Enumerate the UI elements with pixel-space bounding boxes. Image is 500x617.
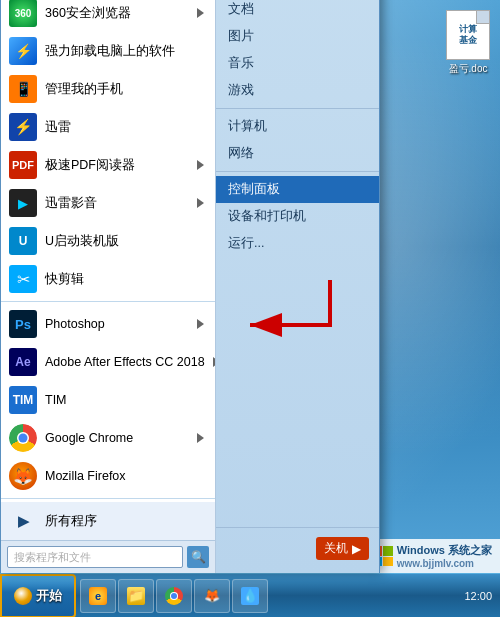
menu-item-ps[interactable]: Ps Photoshop: [1, 305, 215, 343]
ps-icon: Ps: [9, 310, 37, 338]
xunlei-ying-submenu-arrow: [197, 198, 207, 208]
taskbar: 开始 e 📁 🦊 💧 12:00: [0, 573, 500, 617]
menu-item-manage[interactable]: 📱 管理我的手机: [1, 70, 215, 108]
start-menu: e Internet Explorer 360 360安全浏览器 ⚡ 强力卸载电…: [0, 0, 380, 573]
search-input[interactable]: 搜索程序和文件: [7, 546, 183, 568]
menu-item-ae[interactable]: Ae Adobe After Effects CC 2018: [1, 343, 215, 381]
menu-item-chrome-label: Google Chrome: [45, 431, 189, 445]
taskbar-clock: 12:00: [464, 590, 492, 602]
menu-separator-bottom: [1, 498, 215, 499]
win-badge-url: www.bjjmlv.com: [397, 558, 492, 569]
menu-item-jiachang-label: 强力卸载电脑上的软件: [45, 43, 207, 60]
360-icon: 360: [9, 0, 37, 27]
shutdown-arrow-icon: ▶: [352, 542, 361, 556]
all-programs-icon: ▶: [9, 507, 37, 535]
right-item-games[interactable]: 游戏: [216, 77, 379, 104]
360-submenu-arrow: [197, 8, 207, 18]
menu-item-manage-label: 管理我的手机: [45, 81, 207, 98]
menu-item-u-start[interactable]: U U启动装机版: [1, 222, 215, 260]
firefox-icon: 🦊: [9, 462, 37, 490]
kuaijian-icon: ✂: [9, 265, 37, 293]
menu-item-firefox[interactable]: 🦊 Mozilla Firefox: [1, 457, 215, 495]
ps-submenu-arrow: [197, 319, 207, 329]
right-separator-shutdown: [216, 527, 379, 528]
windows-badge-text: Windows 系统之家 www.bjjmlv.com: [397, 543, 492, 569]
taskbar-items: e 📁 🦊 💧: [76, 574, 456, 617]
menu-item-kuaijian[interactable]: ✂ 快剪辑: [1, 260, 215, 298]
taskbar-item-folder[interactable]: 📁: [118, 579, 154, 613]
desktop-doc-icon[interactable]: 计算基金 盈亏.doc: [446, 10, 490, 76]
menu-item-all-programs[interactable]: ▶ 所有程序: [1, 502, 215, 540]
start-menu-right: Administrator 文档 图片 音乐 游戏 计算机 网络 控制面板 设备…: [216, 0, 379, 573]
all-programs-label: 所有程序: [45, 513, 207, 530]
taskbar-firefox-icon: 🦊: [203, 587, 221, 605]
xunlei-ying-icon: ▶: [9, 189, 37, 217]
taskbar-item-chrome[interactable]: [156, 579, 192, 613]
menu-item-u-start-label: U启动装机版: [45, 233, 207, 250]
right-item-devices[interactable]: 设备和打印机: [216, 203, 379, 230]
menu-item-xunlei[interactable]: ⚡ 迅雷: [1, 108, 215, 146]
pdf-submenu-arrow: [197, 160, 207, 170]
right-item-computer[interactable]: 计算机: [216, 113, 379, 140]
chrome-submenu-arrow: [197, 433, 207, 443]
start-search-bar: 搜索程序和文件 🔍: [1, 540, 215, 573]
search-icon: 🔍: [191, 550, 206, 564]
menu-item-pdf-label: 极速PDF阅读器: [45, 157, 189, 174]
right-separator-2: [216, 171, 379, 172]
menu-item-tim[interactable]: TIM TIM: [1, 381, 215, 419]
right-item-network[interactable]: 网络: [216, 140, 379, 167]
taskbar-item-ie[interactable]: e: [80, 579, 116, 613]
jiachang-icon: ⚡: [9, 37, 37, 65]
doc-icon-label: 盈亏.doc: [449, 62, 488, 76]
search-placeholder: 搜索程序和文件: [14, 550, 91, 565]
search-button[interactable]: 🔍: [187, 546, 209, 568]
taskbar-right: 12:00: [456, 590, 500, 602]
menu-item-xunlei-ying[interactable]: ▶ 迅雷影音: [1, 184, 215, 222]
ae-submenu-arrow: [213, 357, 215, 367]
shutdown-button[interactable]: 关机 ▶: [316, 537, 369, 560]
menu-item-xunlei-label: 迅雷: [45, 119, 207, 136]
right-item-run[interactable]: 运行...: [216, 230, 379, 257]
menu-item-kuaijian-label: 快剪辑: [45, 271, 207, 288]
taskbar-item-firefox[interactable]: 🦊: [194, 579, 230, 613]
right-item-music[interactable]: 音乐: [216, 50, 379, 77]
taskbar-misc-icon: 💧: [241, 587, 259, 605]
menu-item-jiachang[interactable]: ⚡ 强力卸载电脑上的软件: [1, 32, 215, 70]
menu-item-firefox-label: Mozilla Firefox: [45, 469, 207, 483]
taskbar-ie-icon: e: [89, 587, 107, 605]
windows-badge: Windows 系统之家 www.bjjmlv.com: [365, 539, 500, 573]
menu-item-pdf[interactable]: PDF 极速PDF阅读器: [1, 146, 215, 184]
chrome-icon: [9, 424, 37, 452]
xunlei-icon: ⚡: [9, 113, 37, 141]
taskbar-chrome-icon: [165, 587, 183, 605]
start-menu-left: e Internet Explorer 360 360安全浏览器 ⚡ 强力卸载电…: [1, 0, 216, 573]
tim-icon: TIM: [9, 386, 37, 414]
win-badge-title: Windows 系统之家: [397, 543, 492, 558]
menu-item-tim-label: TIM: [45, 393, 207, 407]
start-orb-icon: [14, 587, 32, 605]
menu-item-ae-label: Adobe After Effects CC 2018: [45, 355, 205, 369]
taskbar-item-misc[interactable]: 💧: [232, 579, 268, 613]
ae-icon: Ae: [9, 348, 37, 376]
right-item-docs[interactable]: 文档: [216, 0, 379, 23]
u-start-icon: U: [9, 227, 37, 255]
menu-item-360-label: 360安全浏览器: [45, 5, 189, 22]
menu-item-xunlei-ying-label: 迅雷影音: [45, 195, 189, 212]
shutdown-label: 关机: [324, 540, 348, 557]
start-menu-programs: e Internet Explorer 360 360安全浏览器 ⚡ 强力卸载电…: [1, 0, 215, 495]
manage-icon: 📱: [9, 75, 37, 103]
start-button[interactable]: 开始: [0, 574, 76, 618]
menu-item-360[interactable]: 360 360安全浏览器: [1, 0, 215, 32]
start-label: 开始: [36, 587, 62, 605]
right-item-pictures[interactable]: 图片: [216, 23, 379, 50]
right-separator-1: [216, 108, 379, 109]
menu-item-chrome[interactable]: Google Chrome: [1, 419, 215, 457]
menu-item-ps-label: Photoshop: [45, 317, 189, 331]
doc-icon-image: 计算基金: [446, 10, 490, 60]
right-item-control-panel[interactable]: 控制面板: [216, 176, 379, 203]
pdf-icon: PDF: [9, 151, 37, 179]
taskbar-folder-icon: 📁: [127, 587, 145, 605]
menu-separator-1: [1, 301, 215, 302]
desktop: 计算基金 盈亏.doc e Internet Explorer 360 360安…: [0, 0, 500, 617]
